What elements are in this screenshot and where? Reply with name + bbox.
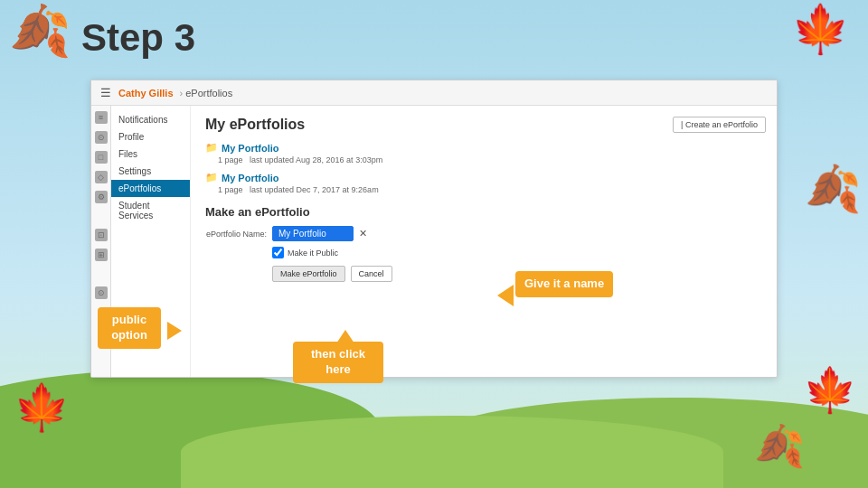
give-name-annotation: Give it a name xyxy=(515,271,613,297)
portfolio-item-1: 📁 My Portfolio 1 page last updated Aug 2… xyxy=(205,142,762,164)
sidebar-icon-1: ≡ xyxy=(95,111,108,124)
public-option-text: publicoption xyxy=(111,313,147,342)
portfolio-item-2: 📁 My Portfolio 1 page last updated Dec 7… xyxy=(205,172,762,194)
make-public-row: Make it Public xyxy=(272,247,762,258)
leaf-bottom-right-2: 🍂 xyxy=(754,422,805,470)
then-click-annotation: then clickhere xyxy=(293,342,383,383)
leaf-mid-right: 🍂 xyxy=(805,163,861,215)
leaf-bottom-left: 🍁 xyxy=(14,381,70,434)
make-public-label: Make it Public xyxy=(288,249,338,258)
then-click-arrow xyxy=(335,330,356,346)
nav-eportfolios[interactable]: ePortfolios xyxy=(111,180,190,197)
then-click-text: then clickhere xyxy=(311,347,365,376)
name-form-row: ePortfolio Name: ✕ xyxy=(205,226,762,241)
cancel-button[interactable]: Cancel xyxy=(351,266,392,282)
sidebar-icon-5: ⚙ xyxy=(95,191,108,203)
step-title: Step 3 xyxy=(81,16,195,60)
sidebar-icon-8: ⊙ xyxy=(95,286,108,299)
nav-profile[interactable]: Profile xyxy=(111,128,190,145)
portfolio-meta-1: 1 page last updated Aug 28, 2016 at 3:03… xyxy=(218,155,762,164)
portfolio-name-1: My Portfolio xyxy=(222,143,279,154)
breadcrumb-name: Cathy Gillis xyxy=(118,88,174,99)
canvas-header: ☰ Cathy Gillis › ePortfolios xyxy=(91,80,777,106)
ground xyxy=(0,361,868,488)
give-name-arrow xyxy=(497,285,514,306)
nav-files[interactable]: Files xyxy=(111,145,190,163)
portfolio-meta-2: 1 page last updated Dec 7, 2017 at 9:26a… xyxy=(218,185,762,194)
sidebar-icon-3: □ xyxy=(95,151,108,164)
folder-icon-2: 📁 xyxy=(205,172,218,183)
canvas-body: ≡ ⊙ □ ◇ ⚙ ⊡ ⊞ ⊙ Notifications Profile Fi… xyxy=(91,106,777,377)
eportfolio-name-input[interactable] xyxy=(272,226,354,241)
nav-settings[interactable]: Settings xyxy=(111,163,190,180)
sidebar-icon-7: ⊞ xyxy=(95,249,108,261)
public-option-annotation: publicoption xyxy=(98,307,161,349)
folder-icon-1: 📁 xyxy=(205,142,218,154)
clear-input-button[interactable]: ✕ xyxy=(359,228,367,239)
public-option-arrow xyxy=(167,322,182,340)
leaf-top-right: 🍁 xyxy=(791,2,850,57)
canvas-main: My ePortfolios | Create an ePortfolio 📁 … xyxy=(191,106,777,377)
nav-notifications[interactable]: Notifications xyxy=(111,111,190,128)
hamburger-icon: ☰ xyxy=(100,86,111,99)
make-public-checkbox[interactable] xyxy=(272,247,284,258)
create-eportfolio-button[interactable]: | Create an ePortfolio xyxy=(673,117,766,133)
breadcrumb-current: ePortfolios xyxy=(185,88,232,99)
sidebar-icon-4: ◇ xyxy=(95,171,108,183)
portfolio-link-2[interactable]: 📁 My Portfolio xyxy=(205,172,762,183)
nav-student-services[interactable]: Student Services xyxy=(111,197,190,224)
hill-center xyxy=(181,416,723,488)
breadcrumb-sep: › xyxy=(180,88,184,99)
leaf-top-left: 🍂 xyxy=(9,2,71,61)
make-eportfolio-button[interactable]: Make ePortfolio xyxy=(272,266,345,282)
portfolio-name-2: My Portfolio xyxy=(222,173,279,183)
sidebar-icon-6: ⊡ xyxy=(95,229,108,241)
sidebar-icon-2: ⊙ xyxy=(95,131,108,144)
make-portfolio-section: Make an ePortfolio ePortfolio Name: ✕ Ma… xyxy=(205,205,762,282)
make-portfolio-title: Make an ePortfolio xyxy=(205,205,762,219)
give-name-text: Give it a name xyxy=(524,277,604,290)
eportfolio-name-label: ePortfolio Name: xyxy=(205,230,267,239)
canvas-box: ☰ Cathy Gillis › ePortfolios ≡ ⊙ □ ◇ ⚙ ⊡… xyxy=(90,80,778,378)
portfolio-link-1[interactable]: 📁 My Portfolio xyxy=(205,142,762,154)
leaf-bottom-right-1: 🍁 xyxy=(803,365,857,416)
